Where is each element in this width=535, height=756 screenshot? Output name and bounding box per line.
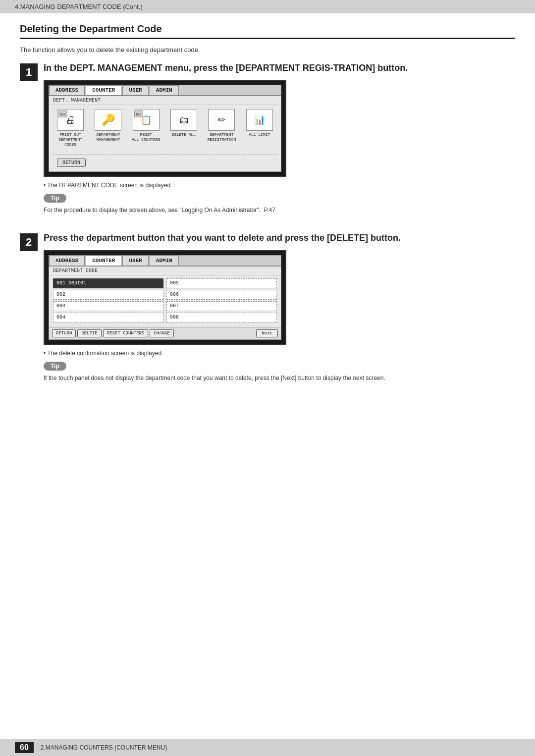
dept-code-row-1: 001 Dept01 005 xyxy=(53,278,277,288)
step1-number: 1 xyxy=(20,63,38,81)
step2-bullet: The delete confirmation screen is displa… xyxy=(44,350,515,357)
step1-bullet: The DEPARTMENT CODE screen is displayed. xyxy=(44,182,515,189)
dept-cell-003[interactable]: 003 xyxy=(53,301,163,311)
step1-title: In the DEPT. MANAGEMENT menu, press the … xyxy=(44,62,515,74)
page-description: The function allows you to delete the ex… xyxy=(20,46,515,54)
screen-change-btn[interactable]: CHANGE xyxy=(150,329,173,337)
step1-block: 1 In the DEPT. MANAGEMENT menu, press th… xyxy=(20,62,515,223)
screen1-inner: ADDRESS COUNTER USER ADMIN DEPT. MANAGEM… xyxy=(49,85,281,172)
screen-reset-counters-btn[interactable]: RESET COUNTERS xyxy=(103,329,149,337)
screen1-label: DEPT. MANAGEMENT xyxy=(49,96,281,105)
screen-return-btn[interactable]: RETURN xyxy=(52,329,76,337)
tab-user-2[interactable]: USER xyxy=(122,256,148,266)
tab-user-1[interactable]: USER xyxy=(122,85,148,95)
dept-code-row-2: 002 006 xyxy=(53,290,277,300)
return-btn-1[interactable]: RETURN xyxy=(57,159,86,167)
top-bar-text: 4.MANAGING DEPARTMENT CODE (Cont.) xyxy=(15,3,143,10)
step2-tip: Tip If the touch panel does not display … xyxy=(44,362,515,382)
dept-cell-008[interactable]: 008 xyxy=(166,313,277,323)
dept-code-grid: 001 Dept01 005 002 006 003 007 004 xyxy=(49,275,281,327)
dept-icon-4: 🗂 DELETE ALL xyxy=(166,109,201,147)
tab-counter-2[interactable]: COUNTER xyxy=(86,256,121,266)
dept-code-row-4: 004 008 xyxy=(53,313,277,323)
screen1-tabs: ADDRESS COUNTER USER ADMIN xyxy=(49,85,281,96)
bottom-bar-text: 2.MANAGING COUNTERS (COUNTER MENU) xyxy=(41,744,167,751)
screen-next-btn[interactable]: Next xyxy=(256,329,278,337)
screen2-tabs: ADDRESS COUNTER USER ADMIN xyxy=(49,256,281,267)
dept-icon-1: 🖨 015 PRINT OUTDEPARTMENT CODES xyxy=(53,109,88,147)
dept-icons-area: 🖨 015 PRINT OUTDEPARTMENT CODES 🔑 DEPART… xyxy=(49,105,281,151)
tab-address-1[interactable]: ADDRESS xyxy=(49,85,85,95)
tip2-label: Tip xyxy=(44,362,66,371)
step2-content: Press the department button that you wan… xyxy=(44,232,515,391)
dept-cell-001[interactable]: 001 Dept01 xyxy=(53,278,163,288)
tab-address-2[interactable]: ADDRESS xyxy=(49,256,85,266)
dept-cell-002[interactable]: 002 xyxy=(53,290,163,300)
section-heading: Deleting the Department Code xyxy=(20,23,515,39)
dept-cell-006[interactable]: 006 xyxy=(166,290,277,300)
screen2-inner: ADDRESS COUNTER USER ADMIN DEPARTMENT CO… xyxy=(49,255,281,340)
step2-title: Press the department button that you wan… xyxy=(44,232,515,244)
dept-icon-2: 🔑 DEPARTMENTMANAGEMENT xyxy=(91,109,125,147)
tab-admin-1[interactable]: ADMIN xyxy=(150,85,179,95)
dept-icon-6: 📊 ALL LIMIT xyxy=(242,109,277,147)
step2-block: 2 Press the department button that you w… xyxy=(20,232,515,391)
bottom-bar: 60 2.MANAGING COUNTERS (COUNTER MENU) xyxy=(0,739,535,756)
screen2-mockup: ADDRESS COUNTER USER ADMIN DEPARTMENT CO… xyxy=(44,250,286,345)
step1-content: In the DEPT. MANAGEMENT menu, press the … xyxy=(44,62,515,223)
tab-admin-2[interactable]: ADMIN xyxy=(150,256,179,266)
screen-delete-btn[interactable]: DELETE xyxy=(77,329,101,337)
dept-cell-004[interactable]: 004 xyxy=(53,313,163,323)
tip2-text: If the touch panel does not display the … xyxy=(44,374,515,382)
dept-cell-005[interactable]: 005 xyxy=(166,278,277,288)
screen1-mockup: ADDRESS COUNTER USER ADMIN DEPT. MANAGEM… xyxy=(44,80,286,177)
tip1-label: Tip xyxy=(44,194,66,203)
screen1-bottom: RETURN xyxy=(49,151,281,171)
screen2-bottom-btns: RETURN DELETE RESET COUNTERS CHANGE Next xyxy=(49,327,281,339)
page-number: 60 xyxy=(15,742,34,753)
screen2-label: DEPARTMENT CODE xyxy=(49,267,281,275)
dept-icon-5: ✏ DEPARTMENTREGISTRATION xyxy=(204,109,239,147)
tab-counter-1[interactable]: COUNTER xyxy=(86,85,121,95)
dept-code-row-3: 003 007 xyxy=(53,301,277,311)
dept-icon-3: 📋 015 RESETALL COUNTERS xyxy=(129,109,163,147)
top-bar: 4.MANAGING DEPARTMENT CODE (Cont.) xyxy=(0,0,535,13)
step1-tip: Tip For the procedure to display the scr… xyxy=(44,194,515,215)
step2-number: 2 xyxy=(20,233,38,251)
main-content: Deleting the Department Code The functio… xyxy=(0,13,535,420)
tip1-text: For the procedure to display the screen … xyxy=(44,206,515,215)
dept-cell-007[interactable]: 007 xyxy=(166,301,277,311)
